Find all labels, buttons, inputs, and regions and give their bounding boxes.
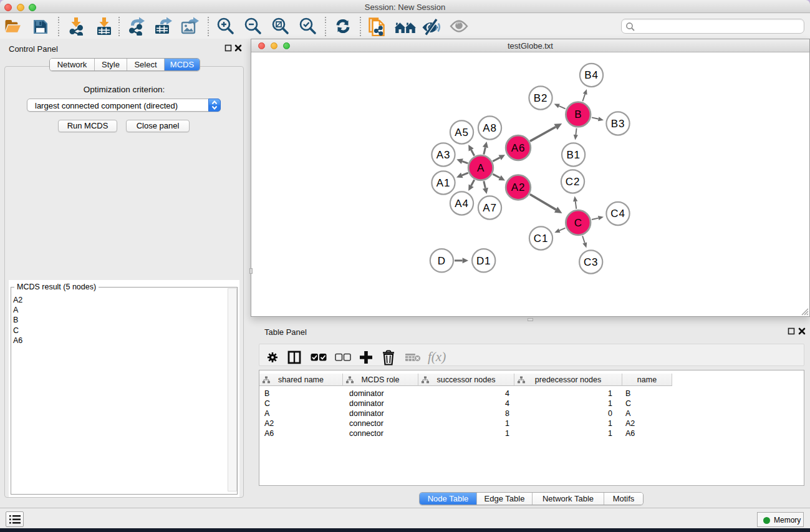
svg-text:B2: B2 [534,92,547,104]
svg-text:C1: C1 [534,233,548,244]
svg-text:B: B [574,109,582,120]
svg-text:D1: D1 [476,255,491,267]
svg-text:A4: A4 [455,198,468,210]
svg-text:A1: A1 [436,177,450,189]
svg-text:D: D [438,255,446,267]
svg-text:A: A [477,162,485,174]
svg-text:C2: C2 [566,176,580,188]
svg-text:B1: B1 [566,149,580,161]
svg-text:A5: A5 [455,127,468,138]
svg-text:C3: C3 [584,256,598,268]
svg-text:A8: A8 [483,122,496,134]
svg-text:A6: A6 [511,142,525,154]
svg-text:B4: B4 [584,69,598,81]
svg-text:B3: B3 [611,118,625,130]
svg-text:C4: C4 [610,208,625,220]
svg-text:A3: A3 [436,149,450,161]
svg-text:A7: A7 [483,202,496,214]
svg-text:A2: A2 [511,181,525,193]
svg-text:C: C [574,217,582,229]
